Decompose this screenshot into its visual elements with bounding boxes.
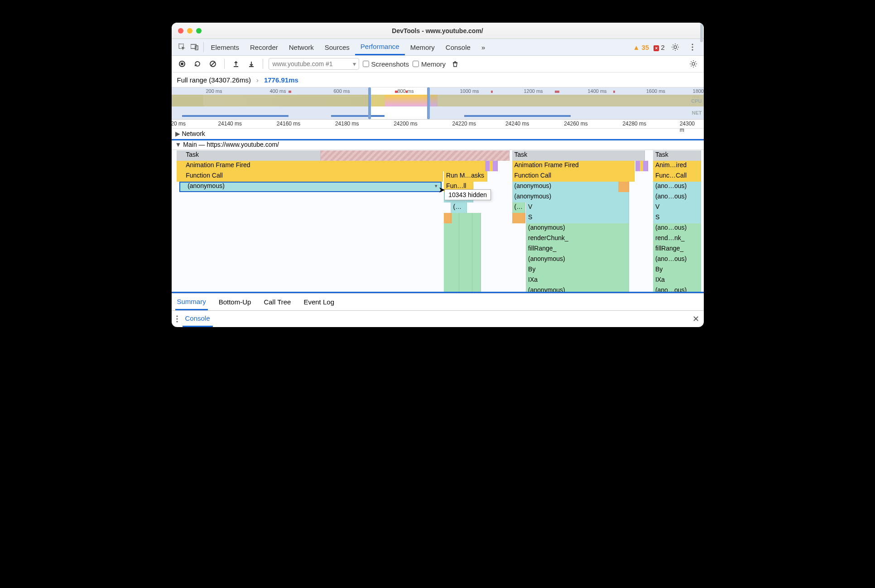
- recording-select[interactable]: www.youtube.com #1: [269, 58, 359, 70]
- flame-paren[interactable]: (…: [512, 202, 525, 213]
- flame-ixa[interactable]: IXa: [526, 275, 629, 286]
- crumb-full-range[interactable]: Full range (34307.26ms): [177, 76, 251, 84]
- flame-ixa[interactable]: IXa: [653, 275, 701, 286]
- error-badge[interactable]: × 2: [654, 43, 664, 51]
- flame-s[interactable]: S: [526, 213, 629, 223]
- flame-bar[interactable]: [444, 275, 481, 286]
- screenshots-checkbox[interactable]: Screenshots: [363, 60, 409, 68]
- close-icon[interactable]: ✕: [692, 314, 699, 324]
- flame-func-call[interactable]: Function Call: [512, 171, 635, 182]
- reload-icon[interactable]: [192, 58, 203, 70]
- flame-paren[interactable]: (…: [451, 202, 466, 213]
- flame-anon[interactable]: (ano…ous): [653, 182, 701, 192]
- warning-icon[interactable]: ▲ 35: [633, 43, 649, 51]
- flame-bar[interactable]: [444, 244, 481, 255]
- flame-anon[interactable]: (anonymous): [526, 286, 629, 293]
- flame-by[interactable]: By: [653, 265, 701, 275]
- tab-elements[interactable]: Elements: [206, 39, 245, 55]
- expand-icon[interactable]: ▶: [175, 130, 180, 137]
- flame-bar[interactable]: [444, 286, 481, 293]
- flame-by[interactable]: By: [526, 265, 629, 275]
- svg-point-6: [692, 49, 693, 50]
- crumb-selected-range[interactable]: 1776.91ms: [264, 76, 298, 84]
- flame-run-microtasks[interactable]: Run M…asks: [444, 171, 487, 182]
- flame-anon[interactable]: (ano…ous): [653, 192, 701, 202]
- flame-anonymous-selected[interactable]: (anonymous): [179, 182, 442, 192]
- upload-icon[interactable]: [230, 58, 242, 70]
- flame-s[interactable]: S: [653, 213, 701, 223]
- drawer-tab-console[interactable]: Console: [183, 311, 213, 327]
- tab-network[interactable]: Network: [284, 39, 319, 55]
- flame-bar[interactable]: [444, 234, 481, 244]
- gear-icon[interactable]: [669, 41, 681, 53]
- overview-handle-right[interactable]: [427, 87, 430, 119]
- flame-anon[interactable]: (ano…ous): [653, 286, 701, 293]
- network-track-header[interactable]: ▶ Network: [172, 129, 704, 139]
- minimap-scrollbar[interactable]: [700, 24, 703, 42]
- chevron-down-icon[interactable]: ▾: [435, 183, 438, 189]
- svg-point-14: [176, 321, 178, 322]
- net-label: NET: [692, 110, 702, 116]
- flame-v[interactable]: V: [653, 202, 701, 213]
- flame-task[interactable]: Task: [512, 150, 645, 161]
- flame-task[interactable]: Task: [177, 150, 320, 161]
- main-track-label: Main — https://www.youtube.com/: [183, 141, 279, 148]
- flame-anim-frame[interactable]: Anim…ired: [653, 161, 701, 171]
- ruler-tick: 24300 m: [680, 120, 696, 133]
- flame-anon[interactable]: (ano…ous): [653, 255, 701, 265]
- ruler-tick: 24280 ms: [622, 120, 646, 127]
- range-breadcrumb: Full range (34307.26ms) › 1776.91ms: [172, 72, 704, 87]
- flame-renderchunk[interactable]: renderChunk_: [526, 234, 629, 244]
- detail-ruler[interactable]: 120 ms 24140 ms 24160 ms 24180 ms 24200 …: [172, 120, 704, 129]
- flame-anon[interactable]: (anonymous): [512, 192, 630, 202]
- kebab-icon[interactable]: [176, 315, 178, 323]
- tab-performance[interactable]: Performance: [355, 39, 405, 55]
- flame-bar[interactable]: [444, 255, 481, 265]
- flame-bar[interactable]: [444, 265, 481, 275]
- overview-minimap[interactable]: 200 ms 400 ms 600 ms 800 ms 1000 ms 1200…: [172, 87, 704, 120]
- flame-v[interactable]: V: [526, 202, 629, 213]
- tab-recorder[interactable]: Recorder: [245, 39, 284, 55]
- device-toggle-icon[interactable]: [189, 41, 201, 53]
- memory-checkbox[interactable]: Memory: [413, 60, 446, 68]
- panel-gear-icon[interactable]: [688, 58, 699, 70]
- clear-icon[interactable]: [207, 58, 219, 70]
- flame-func-call[interactable]: Function Call: [177, 171, 443, 182]
- flame-fillrange[interactable]: fillRange_: [526, 244, 629, 255]
- flame-bar[interactable]: [444, 223, 481, 234]
- flame-anon[interactable]: (anonymous): [526, 223, 629, 234]
- flame-anon[interactable]: (anonymous): [526, 255, 629, 265]
- tab-event-log[interactable]: Event Log: [302, 294, 336, 310]
- ruler-tick: 24180 ms: [335, 120, 359, 127]
- flame-func-call[interactable]: Func…Call: [653, 171, 701, 182]
- flame-renderchunk[interactable]: rend…nk_: [653, 234, 701, 244]
- overview-handle-left[interactable]: [368, 87, 371, 119]
- tab-memory[interactable]: Memory: [405, 39, 440, 55]
- flame-bar[interactable]: [493, 161, 498, 171]
- tab-sources[interactable]: Sources: [319, 39, 355, 55]
- tab-summary[interactable]: Summary: [175, 294, 208, 310]
- tab-console[interactable]: Console: [440, 39, 476, 55]
- flame-anon[interactable]: (ano…ous): [653, 223, 701, 234]
- kebab-icon[interactable]: [687, 41, 698, 53]
- collapse-icon[interactable]: ▼: [175, 141, 182, 148]
- flame-bar[interactable]: [619, 182, 630, 192]
- main-track-header[interactable]: ▼ Main — https://www.youtube.com/: [172, 140, 704, 150]
- flame-anim-frame[interactable]: Animation Frame Fired: [177, 161, 486, 171]
- tabs-more-icon[interactable]: »: [476, 39, 490, 55]
- flame-anon[interactable]: (anonymous): [512, 182, 619, 192]
- record-icon[interactable]: [176, 58, 188, 70]
- tab-call-tree[interactable]: Call Tree: [262, 294, 293, 310]
- flame-task[interactable]: Task: [653, 150, 701, 161]
- flame-anim-frame[interactable]: Animation Frame Fired: [512, 161, 635, 171]
- flame-bar[interactable]: [512, 213, 525, 223]
- tab-bottom-up[interactable]: Bottom-Up: [217, 294, 253, 310]
- flame-fillrange[interactable]: fillRange_: [653, 244, 701, 255]
- garbage-icon[interactable]: [449, 58, 461, 70]
- download-icon[interactable]: [245, 58, 257, 70]
- flame-bar[interactable]: [643, 161, 648, 171]
- main-flame-chart[interactable]: ▼ Main — https://www.youtube.com/ Task A…: [172, 139, 704, 293]
- inspect-icon[interactable]: [176, 41, 188, 53]
- flame-long-task[interactable]: [321, 150, 510, 161]
- flame-bar[interactable]: [444, 213, 451, 223]
